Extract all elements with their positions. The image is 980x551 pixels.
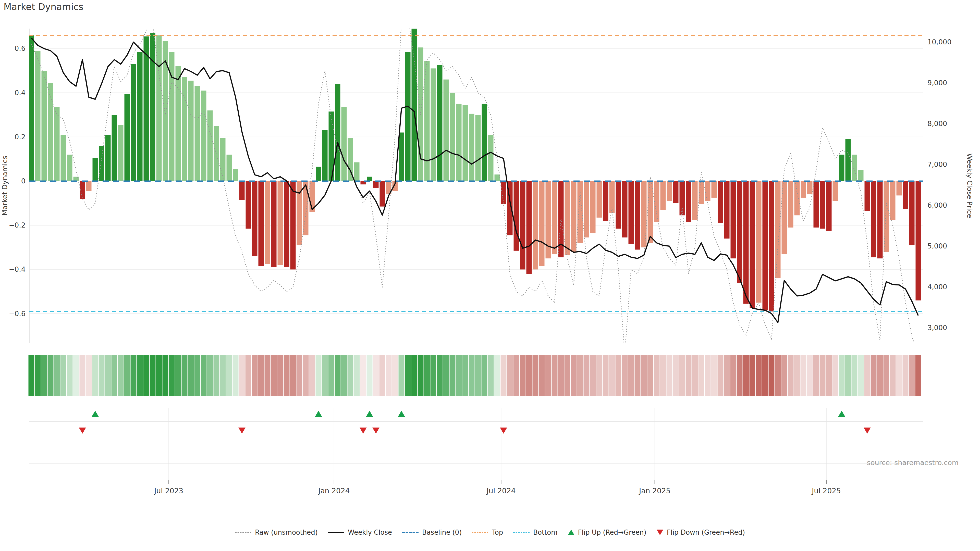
right-tick-label: 7,000 <box>928 160 947 168</box>
heat-cell <box>679 355 685 396</box>
dynamics-bar <box>54 107 60 181</box>
heat-cell <box>80 355 86 396</box>
legend-label: Flip Up (Red→Green) <box>578 529 646 536</box>
heat-cell <box>265 355 270 396</box>
heat-cell <box>641 355 647 396</box>
dynamics-bar <box>284 181 290 267</box>
heat-cell <box>162 355 169 396</box>
dynamics-bar <box>552 181 557 254</box>
dynamics-bar <box>769 181 774 311</box>
dynamics-bar <box>67 155 73 181</box>
heat-cell <box>807 355 813 396</box>
legend-swatch-tri-down-icon <box>657 530 663 535</box>
heat-cell <box>603 355 609 396</box>
dynamics-bar <box>131 64 136 181</box>
dynamics-bar <box>527 181 532 274</box>
dynamics-bar <box>201 91 207 181</box>
heat-cell <box>494 355 500 396</box>
dynamics-bar <box>41 71 47 181</box>
dynamics-bar <box>476 115 481 181</box>
flip-down-marker <box>239 427 245 433</box>
heat-cell <box>73 355 79 396</box>
heat-cell <box>239 355 245 396</box>
left-tick-label: 0.4 <box>14 89 25 97</box>
dynamics-bar <box>845 139 851 181</box>
heat-cell <box>673 355 679 396</box>
heat-cell <box>871 355 877 396</box>
dynamics-bar <box>724 181 730 238</box>
heat-cell <box>514 355 519 396</box>
heat-cell <box>571 355 577 396</box>
dynamics-bar <box>686 181 691 222</box>
heat-cell <box>105 355 111 396</box>
flip-down-marker <box>372 427 380 433</box>
heat-cell <box>194 355 200 396</box>
heat-cell <box>86 355 92 396</box>
x-tick-label: Jan 2024 <box>318 487 350 495</box>
heat-cell <box>328 355 334 396</box>
heat-cell <box>456 355 462 396</box>
dynamics-bar <box>322 130 328 181</box>
heat-cell <box>143 355 149 396</box>
legend-label: Weekly Close <box>348 529 392 536</box>
dynamics-bar <box>437 65 442 181</box>
dynamics-bar <box>718 181 723 223</box>
left-tick-label: 0.6 <box>14 44 25 52</box>
dynamics-bar <box>399 132 404 181</box>
heat-cell <box>584 355 590 396</box>
heat-cell <box>692 355 698 396</box>
dynamics-bar <box>182 77 187 181</box>
heat-cell <box>207 355 213 396</box>
heat-cell <box>92 355 98 396</box>
dynamics-bar <box>762 181 768 310</box>
heat-cell <box>845 355 851 396</box>
flip-up-marker <box>315 411 322 417</box>
heat-cell <box>852 355 858 396</box>
dynamics-bar <box>207 110 213 181</box>
heat-cell <box>858 355 864 396</box>
dynamics-bar <box>156 35 162 181</box>
dynamics-bar <box>743 181 749 304</box>
heat-cell <box>67 355 73 396</box>
heat-cell <box>341 355 347 396</box>
heat-cell <box>539 355 545 396</box>
heat-cell <box>297 355 302 396</box>
dynamics-bar <box>463 105 468 181</box>
dynamics-bar <box>86 181 92 191</box>
flip-down-marker <box>79 427 86 433</box>
heat-cell <box>718 355 724 396</box>
heat-cell <box>443 355 449 396</box>
heat-cell <box>705 355 711 396</box>
dynamics-bar <box>227 155 232 181</box>
x-tick-label: Jul 2024 <box>486 487 516 495</box>
dynamics-bar <box>495 175 500 181</box>
dynamics-bar <box>871 181 877 257</box>
legend-label: Flip Down (Green→Red) <box>667 529 745 536</box>
heat-cell <box>373 355 379 396</box>
dynamics-bar <box>782 181 787 254</box>
dynamics-bar <box>814 181 819 227</box>
dynamics-bar <box>756 181 762 303</box>
heat-cell <box>883 355 889 396</box>
heat-cell <box>507 355 513 396</box>
legend-label: Top <box>492 529 503 536</box>
heat-cell <box>35 355 41 396</box>
legend-swatch-raw <box>235 532 251 533</box>
heat-cell <box>226 355 232 396</box>
flip-up-marker <box>398 411 405 417</box>
heat-cell <box>616 355 621 396</box>
heat-cell <box>533 355 538 396</box>
dynamics-bar <box>616 181 621 229</box>
heat-cell <box>482 355 487 396</box>
heat-cell <box>597 355 602 396</box>
dynamics-bar <box>788 181 794 227</box>
dynamics-bar <box>195 86 200 181</box>
heat-cell <box>424 355 430 396</box>
heat-cell <box>577 355 583 396</box>
heat-cell <box>48 355 54 396</box>
heat-cell <box>590 355 596 396</box>
dynamics-bar <box>220 138 226 181</box>
heat-cell <box>686 355 692 396</box>
dynamics-bar <box>890 181 896 220</box>
dynamics-bar <box>775 181 781 278</box>
